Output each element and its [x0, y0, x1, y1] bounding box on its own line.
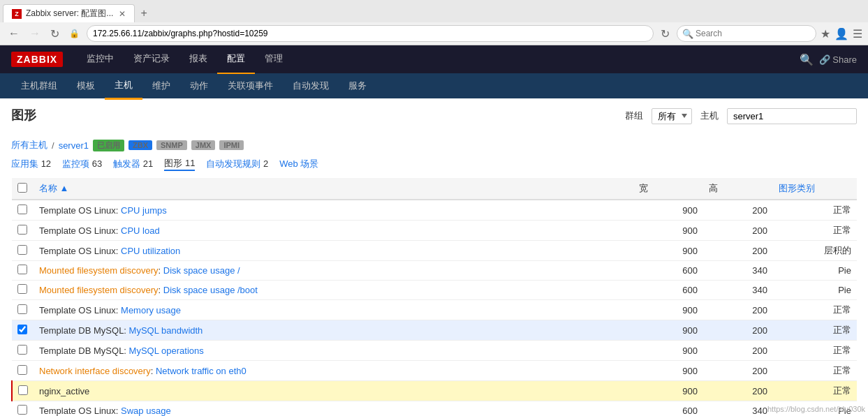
row-name: nginx_active [34, 381, 633, 401]
breadcrumb: 所有主机 / server1 已启用 ZBX SNMP JMX IPMI [11, 139, 857, 151]
row-checkbox[interactable] [17, 365, 27, 375]
row-checkbox[interactable] [17, 405, 27, 415]
row-prefix: Template OS Linux: [39, 246, 121, 256]
subnav-hostgroups[interactable]: 主机群组 [11, 73, 67, 98]
url-bar[interactable] [87, 25, 654, 42]
row-name-link[interactable]: Swap usage [121, 406, 171, 416]
nav-monitor[interactable]: 监控中 [77, 45, 124, 74]
row-name-link[interactable]: CPU utilization [121, 246, 180, 256]
row-name: Template OS Linux: CPU utilization [34, 241, 633, 261]
tab-web-scenarios[interactable]: Web 场景 [279, 158, 318, 170]
host-filter-input[interactable] [727, 108, 857, 124]
row-width: 900 [633, 320, 703, 341]
tag-jmx: JMX [191, 140, 216, 150]
row-checkbox[interactable] [17, 284, 27, 294]
subnav-services[interactable]: 服务 [339, 73, 376, 98]
row-name-link[interactable]: MySQL operations [129, 346, 204, 356]
col-type-header[interactable]: 图形类别 [773, 178, 857, 200]
browser-tab[interactable]: Z Zabbix server: 配置图... ✕ [3, 4, 135, 22]
row-name: Network interface discovery: Network tra… [34, 361, 633, 381]
profile-icon[interactable]: 👤 [834, 27, 848, 40]
select-all-checkbox[interactable] [17, 183, 27, 193]
row-width: 900 [633, 221, 703, 241]
row-checkbox[interactable] [17, 304, 27, 314]
status-enabled-tag: 已启用 [93, 140, 124, 151]
row-name: Template OS Linux: Swap usage [34, 401, 633, 417]
row-prefix-link[interactable]: Mounted filesystem discovery [39, 285, 159, 295]
tab-applications[interactable]: 应用集 12 [11, 158, 51, 170]
table-row: Template DB MySQL: MySQL operations90020… [12, 341, 857, 361]
row-height: 340 [703, 401, 773, 417]
zabbix-logo: ZABBIX [11, 52, 63, 67]
row-name-link[interactable]: MySQL bandwidth [129, 325, 203, 336]
row-height: 200 [703, 241, 773, 261]
nav-reports[interactable]: 报表 [179, 45, 217, 74]
row-prefix-link[interactable]: Mounted filesystem discovery [39, 265, 159, 276]
subnav-hosts[interactable]: 主机 [105, 73, 142, 100]
reload-button[interactable]: ↻ [658, 26, 672, 42]
separator: : [159, 285, 163, 295]
row-width: 600 [633, 261, 703, 281]
subnav-discovery[interactable]: 自动发现 [283, 73, 339, 98]
breadcrumb-all-hosts[interactable]: 所有主机 [11, 139, 47, 151]
subnav-templates[interactable]: 模板 [67, 73, 105, 98]
row-prefix: Template DB MySQL: [39, 346, 129, 356]
nav-assets[interactable]: 资产记录 [124, 45, 179, 74]
row-width: 900 [633, 200, 703, 221]
tab-close-button[interactable]: ✕ [119, 9, 126, 19]
row-width: 900 [633, 341, 703, 361]
row-prefix-link[interactable]: Network interface discovery [39, 366, 151, 376]
row-name: Template OS Linux: CPU load [34, 221, 633, 241]
back-button[interactable]: ← [6, 26, 22, 41]
refresh-button[interactable]: ↻ [47, 26, 62, 42]
tab-triggers[interactable]: 触发器 21 [113, 158, 153, 170]
row-prefix: Template DB MySQL: [39, 325, 129, 336]
nav-admin[interactable]: 管理 [255, 45, 293, 74]
nav-config[interactable]: 配置 [217, 45, 255, 74]
row-checkbox[interactable] [17, 225, 27, 235]
subnav-maintenance[interactable]: 维护 [142, 73, 180, 98]
tag-snmp: SNMP [156, 140, 187, 150]
subnav-correlation[interactable]: 关联项事件 [218, 73, 283, 98]
forward-button[interactable]: → [27, 26, 43, 41]
header-search-button[interactable]: 🔍 [800, 53, 814, 66]
row-name-link[interactable]: Disk space usage / [163, 265, 240, 276]
tab-graphs[interactable]: 图形 11 [164, 157, 195, 171]
table-row: Template OS Linux: CPU utilization900200… [12, 241, 857, 261]
tag-zbx: ZBX [128, 140, 152, 150]
row-name-link[interactable]: CPU jumps [121, 205, 167, 216]
row-height: 200 [703, 381, 773, 401]
row-name-link[interactable]: Network traffic on eth0 [156, 366, 247, 376]
row-type: 正常 [773, 300, 857, 320]
sub-nav: 主机群组 模板 主机 维护 动作 关联项事件 自动发现 服务 [0, 73, 868, 98]
col-name-header[interactable]: 名称 ▲ [34, 178, 633, 200]
row-checkbox[interactable] [18, 385, 28, 395]
row-checkbox[interactable] [17, 205, 27, 214]
row-name-link[interactable]: Disk space usage /boot [163, 285, 258, 295]
row-type: 正常 [773, 320, 857, 341]
row-height: 200 [703, 341, 773, 361]
row-type: 正常 [773, 361, 857, 381]
tabs-row: 应用集 12 监控项 63 触发器 21 图形 11 自动发现规则 2 Web … [11, 157, 857, 171]
row-height: 200 [703, 200, 773, 221]
new-tab-button[interactable]: + [135, 4, 152, 22]
share-button[interactable]: 🔗 Share [819, 54, 857, 65]
group-filter-select[interactable]: 所有 [652, 108, 692, 124]
subnav-actions[interactable]: 动作 [180, 73, 218, 98]
bookmark-icon[interactable]: ★ [821, 27, 830, 40]
row-name-link[interactable]: CPU load [121, 225, 160, 236]
row-height: 340 [703, 261, 773, 281]
tab-items[interactable]: 监控项 63 [62, 158, 102, 170]
row-height: 200 [703, 300, 773, 320]
breadcrumb-host[interactable]: server1 [59, 140, 89, 151]
tab-discovery-rules[interactable]: 自动发现规则 2 [206, 158, 268, 170]
row-name-link[interactable]: Memory usage [121, 305, 181, 315]
row-checkbox[interactable] [17, 245, 27, 255]
row-prefix: Template OS Linux: [39, 225, 121, 236]
search-input[interactable] [677, 25, 816, 42]
row-checkbox[interactable] [17, 345, 27, 355]
row-type: 正常 [773, 200, 857, 221]
menu-icon[interactable]: ☰ [853, 27, 862, 40]
row-checkbox[interactable] [17, 325, 27, 334]
row-checkbox[interactable] [17, 265, 27, 274]
